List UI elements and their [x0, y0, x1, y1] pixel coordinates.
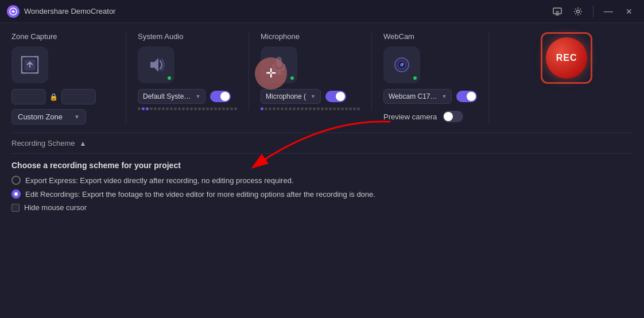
vol-dot-5 — [154, 107, 157, 110]
mic-vol-8 — [289, 107, 292, 110]
vol-dot-23 — [226, 107, 229, 110]
mic-vol-3 — [269, 107, 271, 110]
export-express-radio[interactable] — [11, 176, 21, 185]
vol-dot-12 — [182, 107, 185, 110]
webcam-toggle[interactable] — [456, 91, 477, 102]
webcam-label: WebCam — [383, 32, 414, 41]
vol-dot-10 — [174, 107, 177, 110]
vol-dot-16 — [198, 107, 201, 110]
system-audio-toggle-thumb — [220, 92, 230, 101]
app-title: Wondershare DemoCreator — [24, 7, 549, 15]
system-audio-toggle[interactable] — [210, 91, 231, 102]
zone-capture-section: Zone Capture 1158 🔒 670 Cu — [11, 32, 126, 125]
vol-dot-15 — [194, 107, 197, 110]
vol-dot-1 — [138, 107, 141, 110]
vol-dot-11 — [178, 107, 181, 110]
preview-camera-label: Preview camera — [383, 113, 437, 121]
vol-dot-3 — [146, 107, 149, 110]
mic-vol-9 — [293, 107, 296, 110]
webcam-status-dot — [412, 75, 418, 81]
mic-vol-23 — [349, 107, 352, 110]
vol-dot-21 — [218, 107, 221, 110]
vol-dot-25 — [234, 107, 237, 110]
rec-circle: REC — [546, 37, 587, 79]
scheme-header-row: Recording Scheme ▲ — [11, 139, 86, 148]
mic-vol-22 — [345, 107, 348, 110]
titlebar: Wondershare DemoCreator — ✕ — [0, 0, 644, 23]
vol-dot-9 — [170, 107, 173, 110]
app-logo — [7, 5, 20, 18]
rec-section: REC — [489, 32, 633, 84]
svg-rect-2 — [556, 11, 559, 13]
vol-dot-7 — [162, 107, 165, 110]
mic-vol-19 — [333, 107, 336, 110]
webcam-toggle-track — [456, 91, 477, 102]
svg-point-12 — [402, 63, 404, 65]
system-audio-toggle-track — [210, 91, 231, 102]
export-express-label: Export Express: Export video directly af… — [25, 176, 294, 185]
edit-recordings-option[interactable]: Edit Recordings: Export the footage to t… — [11, 189, 633, 199]
microphone-toggle[interactable] — [325, 91, 346, 102]
mic-vol-11 — [301, 107, 304, 110]
webcam-dropdown-arrow: ▼ — [441, 94, 447, 99]
mic-vol-24 — [353, 107, 356, 110]
zone-dropdown-label: Custom Zone — [18, 113, 63, 121]
hide-mouse-cursor-option[interactable]: Hide mouse cursor — [11, 203, 633, 212]
mic-vol-13 — [309, 107, 312, 110]
microphone-toggle-thumb — [336, 92, 345, 101]
vol-dot-18 — [206, 107, 209, 110]
microphone-device-select[interactable]: Microphone ( ▼ — [261, 89, 321, 104]
mic-vol-14 — [313, 107, 316, 110]
hide-mouse-checkbox[interactable] — [11, 204, 20, 212]
dropdown-chevron: ▼ — [74, 114, 80, 120]
webcam-device-select[interactable]: Webcam C17… ▼ — [383, 89, 452, 104]
window-controls: — ✕ — [549, 3, 637, 20]
mic-dropdown-arrow: ▼ — [311, 94, 316, 99]
scheme-title: Choose a recording scheme for your proje… — [11, 161, 633, 170]
mic-vol-6 — [281, 107, 284, 110]
close-button[interactable]: ✕ — [621, 3, 637, 20]
system-audio-volume-bar — [138, 107, 237, 110]
middle-row: Recording Scheme ▲ — [11, 133, 633, 154]
vol-dot-22 — [222, 107, 225, 110]
microphone-toggle-track — [325, 91, 346, 102]
svg-rect-6 — [276, 57, 282, 67]
microphone-icon-box — [261, 46, 297, 83]
height-input[interactable]: 670 — [61, 89, 96, 104]
microphone-device-row: Microphone ( ▼ — [261, 89, 346, 104]
mic-vol-5 — [277, 107, 280, 110]
rec-button[interactable]: REC — [541, 32, 592, 84]
vol-dot-2 — [142, 107, 145, 110]
vol-dot-13 — [186, 107, 189, 110]
zone-size-inputs: 1158 🔒 670 — [11, 89, 96, 104]
system-audio-icon-box — [138, 46, 174, 83]
edit-recordings-radio[interactable] — [11, 189, 21, 199]
export-express-option[interactable]: Export Express: Export video directly af… — [11, 176, 633, 185]
vol-dot-19 — [210, 107, 213, 110]
screen-capture-icon[interactable] — [549, 3, 565, 20]
settings-icon[interactable] — [570, 3, 586, 20]
system-audio-status-dot — [166, 75, 172, 81]
preview-camera-row: Preview camera — [383, 111, 463, 122]
mic-vol-17 — [325, 107, 328, 110]
edit-recordings-label: Edit Recordings: Export the footage to t… — [25, 190, 375, 199]
mic-vol-4 — [273, 107, 276, 110]
width-input[interactable]: 1158 — [11, 89, 46, 104]
system-audio-device-select[interactable]: Default Syste… ▼ — [138, 89, 205, 104]
mic-vol-25 — [357, 107, 360, 110]
system-audio-section: System Audio Default Syste… ▼ — [126, 32, 249, 110]
vol-dot-14 — [190, 107, 193, 110]
microphone-section: Microphone ✛ Microphone ( ▼ — [249, 32, 372, 110]
vol-dot-24 — [230, 107, 233, 110]
zone-capture-icon-box[interactable] — [11, 46, 48, 83]
vol-dot-6 — [158, 107, 161, 110]
scheme-collapse-icon[interactable]: ▲ — [80, 139, 87, 148]
minimize-button[interactable]: — — [600, 3, 616, 20]
webcam-icon-box — [383, 46, 420, 83]
custom-zone-dropdown[interactable]: Custom Zone ▼ — [11, 109, 86, 125]
mic-vol-2 — [265, 107, 267, 110]
mic-vol-7 — [285, 107, 288, 110]
svg-point-3 — [577, 10, 580, 13]
webcam-section: WebCam Webcam C17… ▼ — [372, 32, 489, 122]
preview-camera-toggle[interactable] — [443, 111, 463, 122]
